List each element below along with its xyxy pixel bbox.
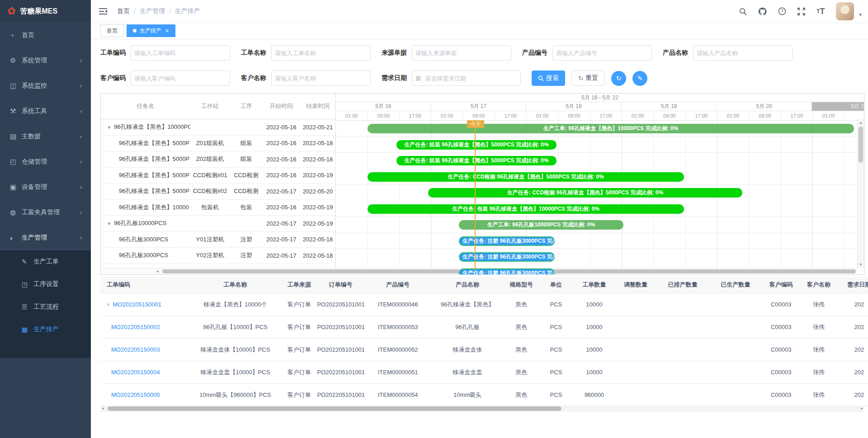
sidebar-fold-icon[interactable] xyxy=(99,8,107,14)
sidebar-item-production-scheduling[interactable]: ▦ 生产排产 xyxy=(0,318,91,341)
work-order-code-input[interactable] xyxy=(131,45,230,61)
work-order-link[interactable]: MO202205150003 xyxy=(111,346,160,353)
gantt-bar-task[interactable]: 生产任务: 包装 96孔移液盒【黑色】10000PCS 完成比例: 0% xyxy=(368,204,684,214)
filter-work-order-code: 工单编码 xyxy=(100,45,230,61)
customer-code-input[interactable] xyxy=(131,71,230,86)
gantt-panel: 任务名 工作站 工序 开始时间 结束时间 ▼96孔移液盒【黑色】10000PC … xyxy=(100,93,864,275)
github-icon[interactable] xyxy=(758,7,767,16)
collapse-triangle-icon[interactable]: ▼ xyxy=(107,221,111,226)
close-icon[interactable]: ✕ xyxy=(165,28,169,34)
work-order-link[interactable]: MO202205150004 xyxy=(111,369,160,376)
scroll-right-arrow-icon[interactable]: ▸ xyxy=(861,406,863,410)
refresh-round-button[interactable]: ↻ xyxy=(611,71,626,86)
sidebar-item-home[interactable]: ◔ 首页 xyxy=(0,23,91,48)
chevron-down-icon: ∨ xyxy=(79,160,83,164)
gantt-vertical-scrollbar[interactable]: ▲ ▼ xyxy=(857,119,864,268)
scroll-up-arrow-icon[interactable]: ▲ xyxy=(858,121,864,125)
table-row[interactable]: MO202205150005 10mm吸头【960000】PCS客户订单 PO2… xyxy=(100,384,868,406)
filter-customer-code: 客户编码 xyxy=(100,71,230,86)
gantt-bar-task-selected[interactable]: 生产任务: 注塑 96孔孔板3000PCS 完成比例: 0% xyxy=(459,252,555,262)
scroll-left-arrow-icon[interactable]: ◂ xyxy=(156,269,159,273)
table-horizontal-scrollbar[interactable]: ◂ ▸ xyxy=(100,405,864,412)
product-code-input[interactable] xyxy=(552,45,652,61)
refresh-icon: ↻ xyxy=(616,75,622,82)
sidebar-item-tooling-fixture[interactable]: ◍ 工装夹具管理 ∨ xyxy=(0,200,91,225)
breadcrumb-production-management[interactable]: 生产管理 xyxy=(140,7,165,15)
gantt-bar-order[interactable]: 生产工单: 96孔孔板10000PCS 完成比例: 0% xyxy=(459,220,623,230)
app-logo[interactable]: ✿ 苦糖果MES xyxy=(0,0,91,23)
sidebar-item-equipment[interactable]: ▣ 设备管理 ∨ xyxy=(0,174,91,200)
scrollbar-thumb[interactable] xyxy=(859,127,863,163)
work-order-table: 工单编码 工单名称 工单来源 订单编号 产品编号 产品名称 规格型号 单位 工单… xyxy=(100,277,868,406)
gantt-task-row[interactable]: 96孔移液盒【黑色】5000P CCD检测#02CCD检测 2022-05-17… xyxy=(101,184,335,200)
gantt-bar-task[interactable]: 生产任务: 组装 96孔移液盒【黑色】5000PCS 完成比例: 0% xyxy=(396,140,557,150)
expand-chevron-icon[interactable]: ∨ xyxy=(107,302,110,307)
sidebar-item-process-flow[interactable]: ☰ 工艺流程 xyxy=(0,296,91,318)
fullscreen-icon[interactable] xyxy=(797,8,805,15)
gantt-task-row[interactable]: 96孔移液盒【黑色】10000 包装机包装 2022-05-162022-05-… xyxy=(101,200,335,216)
sidebar-item-production-work-order[interactable]: ✎ 生产工单 xyxy=(0,250,91,273)
font-size-icon[interactable]: TT xyxy=(816,7,825,16)
work-order-link[interactable]: MO202205150001 xyxy=(113,301,161,308)
search-icon[interactable] xyxy=(739,8,747,15)
table-row[interactable]: ∨ MO202205150001 移液盒【黑色】10000个客户订单 PO202… xyxy=(100,293,868,316)
image-box-icon: ◳ xyxy=(22,281,33,288)
tab-production-scheduling[interactable]: 生产排产 ✕ xyxy=(127,24,175,37)
work-order-link[interactable]: MO202205150005 xyxy=(111,391,160,398)
gantt-task-row[interactable]: ▼96孔孔板10000PCS 2022-05-172022-05-19 xyxy=(101,216,335,232)
help-icon[interactable]: ? xyxy=(778,7,786,15)
chevron-down-icon: ∨ xyxy=(79,58,83,63)
table-row[interactable]: MO202205150002 96孔孔板【10000】PCS客户订单 PO202… xyxy=(100,316,868,339)
gantt-bar-order[interactable]: 生产工单: 96孔移液盒【黑色】10000PCS 完成比例: 0% xyxy=(368,124,854,133)
gantt-bar-task[interactable]: 生产任务: CCD检测 96孔移液盒【黑色】5000PCS 完成比例: 0% xyxy=(368,172,684,182)
tag-view-bar: 首页 生产排产 ✕ xyxy=(91,23,868,39)
scroll-down-arrow-icon[interactable]: ▼ xyxy=(858,263,864,267)
sidebar-item-production-management[interactable]: ◐ 生产管理 ∧ xyxy=(0,225,91,250)
reset-button[interactable]: ↻ 重置 xyxy=(571,71,605,86)
gantt-bar-task-selected[interactable]: 生产任务: 注塑 96孔孔板3000PCS 完成比例: 0% xyxy=(459,236,555,246)
layers-icon: ▣ xyxy=(10,183,22,191)
app-title: 苦糖果MES xyxy=(20,7,57,16)
table-row[interactable]: MO202205150003 移液盒盒体【10000】PCS客户订单 PO202… xyxy=(100,339,868,361)
gantt-bar-task[interactable]: 生产任务: 组装 96孔移液盒【黑色】5000PCS 完成比例: 0% xyxy=(396,156,557,165)
sidebar-item-system-monitor[interactable]: ◫ 系统监控 ∨ xyxy=(0,73,91,99)
sidebar-item-system-management[interactable]: ⚙ 系统管理 ∨ xyxy=(0,48,91,73)
table-row[interactable]: MO202205150004 移液盒盒盖【10000】PCS客户订单 PO202… xyxy=(100,361,868,384)
gantt-bar-task-selected[interactable]: 生产任务: 注塑 96孔孔板3000PCS 完成比例: 0% xyxy=(459,268,555,275)
sidebar-item-master-data[interactable]: ▤ 主数据 ∨ xyxy=(0,124,91,149)
sidebar-item-system-tools[interactable]: ⚒ 系统工具 ∨ xyxy=(0,99,91,124)
chevron-down-icon: ∨ xyxy=(79,109,83,113)
scrollbar-thumb[interactable] xyxy=(108,406,561,411)
customer-name-input[interactable] xyxy=(271,71,371,86)
sidebar-item-warehouse[interactable]: ◰ 仓储管理 ∨ xyxy=(0,149,91,174)
product-name-input[interactable] xyxy=(693,45,793,61)
gantt-task-row[interactable]: 96孔移液盒【黑色】5000P CCD检测#01CCD检测 2022-05-16… xyxy=(101,168,335,184)
scroll-left-arrow-icon[interactable]: ◂ xyxy=(102,406,104,410)
gantt-task-row[interactable]: ▼96孔移液盒【黑色】10000PC 2022-05-162022-05-21 xyxy=(101,119,335,136)
chevron-down-icon[interactable]: ▾ xyxy=(859,12,862,18)
source-document-input[interactable] xyxy=(412,45,511,61)
calendar-icon: ▦ xyxy=(415,75,421,81)
lock-icon: ◍ xyxy=(10,208,22,217)
edit-round-button[interactable]: ✎ xyxy=(632,71,647,86)
chevron-up-icon: ∧ xyxy=(79,235,83,240)
search-button[interactable]: 搜索 xyxy=(532,71,565,86)
edit-doc-icon: ✎ xyxy=(22,258,33,265)
chevron-down-icon: ∨ xyxy=(79,84,83,88)
demand-date-input[interactable] xyxy=(412,71,521,86)
sidebar-item-process-settings[interactable]: ◳ 工序设置 xyxy=(0,273,91,296)
user-avatar[interactable] xyxy=(836,2,854,20)
collapse-triangle-icon[interactable]: ▼ xyxy=(107,125,111,130)
toolbox-icon: ⚒ xyxy=(10,107,22,115)
work-order-name-input[interactable] xyxy=(271,45,371,61)
breadcrumb-home[interactable]: 首页 xyxy=(117,7,130,15)
app-logo-icon: ✿ xyxy=(7,5,15,17)
gantt-task-row[interactable]: 96孔孔板3000PCS Y01注塑机注塑 2022-05-172022-05-… xyxy=(101,232,335,248)
top-header: 首页 / 生产管理 / 生产排产 ? xyxy=(91,0,868,23)
gantt-task-row[interactable]: 96孔移液盒【黑色】5000P Z02组装机组装 2022-05-162022-… xyxy=(101,151,335,168)
gantt-task-row[interactable]: 96孔孔板3000PCS Y02注塑机注塑 2022-05-172022-05-… xyxy=(101,248,335,264)
monitor-icon: ◫ xyxy=(10,82,22,90)
gantt-task-row[interactable]: 96孔移液盒【黑色】5000P Z01组装机组装 2022-05-162022-… xyxy=(101,136,335,152)
tab-home[interactable]: 首页 xyxy=(100,24,124,37)
work-order-link[interactable]: MO202205150002 xyxy=(111,324,160,330)
